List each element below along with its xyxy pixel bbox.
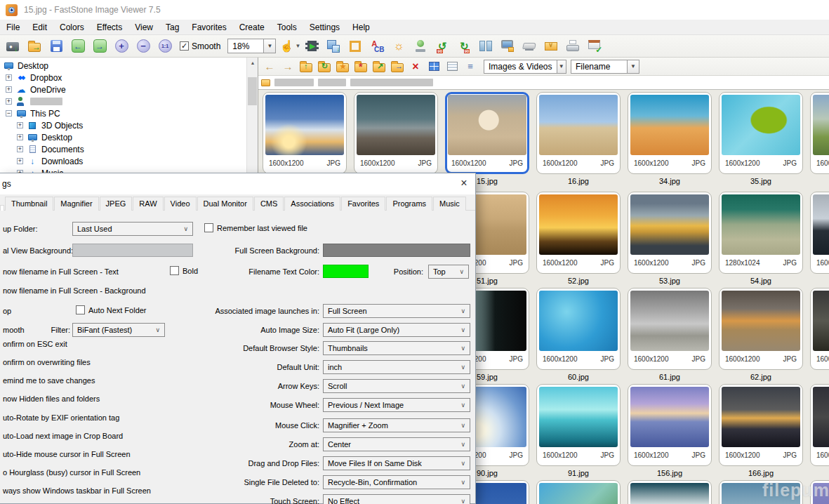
thumbnail-54.jpg[interactable]: 1280x1024JPG bbox=[719, 192, 803, 274]
screen-capture-button[interactable] bbox=[497, 37, 518, 56]
zoom-at-select[interactable]: Center∨ bbox=[323, 437, 470, 451]
menu-favorites[interactable]: Favorites bbox=[185, 20, 232, 34]
thumbnail-image[interactable] bbox=[722, 387, 800, 447]
smooth-checkbox[interactable]: ✓Smooth bbox=[180, 41, 220, 51]
tab-associations[interactable]: Associations bbox=[284, 197, 340, 211]
checkbox-box[interactable] bbox=[76, 305, 85, 314]
thumbnail-52.jpg[interactable]: 1600x1200JPG bbox=[536, 192, 621, 274]
touch-screen-select[interactable]: No Effect∨ bbox=[323, 494, 470, 504]
filename-text-color-swatch[interactable] bbox=[323, 265, 369, 278]
auto-next-folder-checkbox[interactable]: Auto Next Folder bbox=[76, 305, 147, 314]
actual-size-button[interactable]: 1:1 bbox=[154, 37, 175, 56]
thumbnail-image[interactable] bbox=[722, 483, 800, 504]
thumbnail-image[interactable] bbox=[813, 483, 829, 504]
tree-item-desktop[interactable]: +Desktop bbox=[0, 131, 258, 143]
thumbnail-r4c5[interactable]: 1600x1200JPG bbox=[810, 384, 829, 466]
checkbox-box[interactable]: ✓ bbox=[180, 41, 189, 51]
thumbnail-image[interactable] bbox=[539, 483, 618, 504]
thumbnail-image[interactable] bbox=[630, 483, 709, 504]
tree-item-user[interactable]: + bbox=[0, 95, 258, 107]
single-file-deleted-to-select[interactable]: Recycle-Bin, Confirmation∨ bbox=[323, 475, 470, 489]
path-bar[interactable] bbox=[258, 76, 829, 90]
favorites-folder-button[interactable]: ★ bbox=[333, 58, 352, 75]
thumbnail-image[interactable] bbox=[722, 291, 800, 351]
menu-effects[interactable]: Effects bbox=[91, 20, 128, 34]
associated-image-launches-in-select[interactable]: Full Screen∨ bbox=[323, 304, 470, 318]
tree-item-this-pc[interactable]: −This PC bbox=[0, 107, 258, 119]
copy-to-folder-button[interactable]: ↗ bbox=[370, 58, 388, 75]
tab-programs[interactable]: Programs bbox=[386, 197, 432, 211]
chevron-down-icon[interactable]: ▼ bbox=[627, 60, 639, 73]
tree-expander-icon[interactable]: + bbox=[6, 74, 12, 81]
thumbnail-r5c5[interactable] bbox=[810, 480, 829, 504]
thumbnail-image[interactable] bbox=[813, 95, 829, 155]
thumbnail-image[interactable] bbox=[813, 291, 829, 351]
slideshow-button[interactable]: ▶ bbox=[301, 37, 322, 56]
arrow-keys-select[interactable]: Scroll∨ bbox=[323, 379, 470, 393]
acquire-camera-button[interactable]: ●↓ bbox=[2, 37, 23, 56]
thumbnail-image[interactable] bbox=[813, 387, 829, 447]
print-button[interactable] bbox=[562, 37, 583, 56]
thumbnail-r5c2[interactable] bbox=[536, 480, 621, 504]
thumbnail-image[interactable] bbox=[539, 387, 618, 447]
zoom-in-button[interactable]: + bbox=[111, 37, 132, 56]
zoom-out-button[interactable]: − bbox=[133, 37, 154, 56]
default-unit-select[interactable]: inch∨ bbox=[323, 360, 470, 374]
menu-help[interactable]: Help bbox=[346, 20, 376, 34]
settings-button[interactable]: ✓ bbox=[584, 37, 605, 56]
next-image-button[interactable]: → bbox=[89, 37, 110, 56]
startup-folder-select[interactable]: Last Used∨ bbox=[72, 222, 193, 236]
menu-create[interactable]: Create bbox=[233, 20, 271, 34]
thumbnail-image[interactable] bbox=[448, 95, 526, 155]
resize-button[interactable]: ↓ bbox=[323, 37, 344, 56]
tab-music[interactable]: Music bbox=[433, 197, 466, 211]
zoom-level-combo[interactable]: 18%▼ bbox=[227, 39, 276, 53]
thumbnail-image[interactable] bbox=[265, 95, 344, 155]
mouse-wheel-select[interactable]: Previous / Next Image∨ bbox=[323, 398, 470, 412]
tree-expander-icon[interactable]: + bbox=[17, 158, 23, 164]
checkbox-box[interactable] bbox=[204, 223, 213, 232]
save-button[interactable] bbox=[46, 37, 67, 56]
adjust-colors-button[interactable]: ACB bbox=[366, 37, 387, 56]
auto-image-size-select[interactable]: Auto Fit (Large Only)∨ bbox=[323, 323, 470, 337]
scroll-up-icon[interactable]: ▲ bbox=[247, 58, 258, 69]
rotate-left-button[interactable]: ↺90 bbox=[432, 37, 453, 56]
crop-button[interactable] bbox=[345, 37, 366, 56]
tree-item-desktop[interactable]: Desktop bbox=[0, 60, 258, 72]
thumbnail-62.jpg[interactable]: 1600x1200JPG bbox=[719, 288, 803, 370]
tab-favorites[interactable]: Favorites bbox=[341, 197, 385, 211]
thumbnail-image[interactable] bbox=[630, 387, 709, 447]
tab-cms[interactable]: CMS bbox=[254, 197, 284, 211]
tab-raw[interactable]: RAW bbox=[133, 197, 163, 211]
tree-expander-icon[interactable]: + bbox=[17, 134, 23, 140]
chevron-down-icon[interactable]: ▼ bbox=[295, 43, 300, 49]
tree-expander-icon[interactable]: + bbox=[6, 86, 12, 93]
tree-expander-icon[interactable]: − bbox=[6, 110, 12, 117]
new-folder-button[interactable]: * bbox=[352, 58, 370, 75]
tab-fragment[interactable] bbox=[0, 205, 4, 211]
thumbnail-r5c3[interactable] bbox=[628, 480, 712, 504]
tab-video[interactable]: Video bbox=[164, 197, 197, 211]
view-list-button[interactable]: ≡ bbox=[461, 58, 479, 75]
tree-expander-icon[interactable]: + bbox=[17, 146, 23, 152]
view-thumbnails-button[interactable] bbox=[425, 58, 443, 75]
thumbnail-166.jpg[interactable]: 1600x1200JPG bbox=[719, 384, 803, 466]
tab-thumbnail[interactable]: Thumbnail bbox=[5, 197, 53, 211]
refresh-folder-button[interactable]: ↻ bbox=[315, 58, 333, 75]
mouse-click-select[interactable]: Magnifier + Zoom∨ bbox=[323, 418, 470, 432]
thumbnail-image[interactable] bbox=[539, 95, 618, 155]
thumbnail-156.jpg[interactable]: 1600x1200JPG bbox=[628, 384, 712, 466]
thumbnail-image[interactable] bbox=[357, 95, 435, 155]
thumbnail-image[interactable] bbox=[539, 291, 618, 351]
thumbnail-image[interactable] bbox=[722, 95, 800, 155]
thumbnail-16.jpg[interactable]: 1600x1200JPG bbox=[536, 92, 621, 174]
tab-magnifier[interactable]: Magnifier bbox=[54, 197, 98, 211]
previous-image-button[interactable]: ← bbox=[67, 37, 88, 56]
menu-tag[interactable]: Tag bbox=[159, 20, 185, 34]
remember-last-viewed-checkbox[interactable]: Remember last viewed file bbox=[204, 223, 307, 232]
nav-back-button[interactable]: ← bbox=[260, 58, 279, 75]
filter-select[interactable]: BiFant (Fastest)∨ bbox=[72, 323, 165, 337]
acquire-scanner-button[interactable] bbox=[519, 37, 540, 56]
thumbnail-image[interactable] bbox=[630, 194, 709, 255]
thumbnail-image[interactable] bbox=[813, 194, 829, 255]
